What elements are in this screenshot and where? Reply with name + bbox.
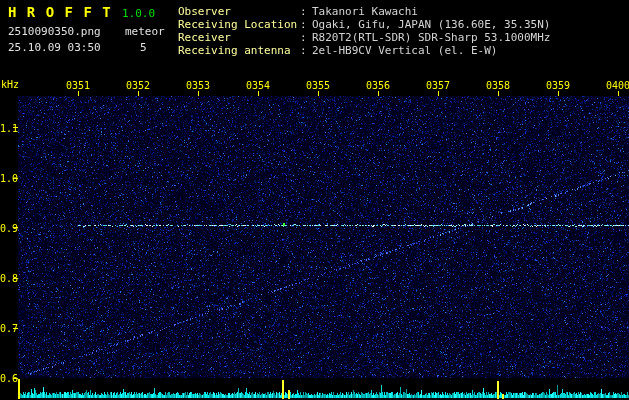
spectrogram-canvas xyxy=(0,0,629,400)
info-label: Receiver xyxy=(178,31,300,44)
info-row-receiving-location: Receiving Location : Ogaki, Gifu, JAPAN … xyxy=(178,18,550,31)
app-version: 1.0.0 xyxy=(122,7,155,20)
info-row-observer: Observer : Takanori Kawachi xyxy=(178,5,550,18)
info-value: R820T2(RTL-SDR) SDR-Sharp 53.1000MHz xyxy=(312,31,550,44)
info-label: Receiving antenna xyxy=(178,44,300,57)
echo-count: 5 xyxy=(140,41,147,54)
info-value: Takanori Kawachi xyxy=(312,5,418,18)
app-title: H R O F F T xyxy=(8,4,112,20)
info-label: Receiving Location xyxy=(178,18,300,31)
mode-label: meteor xyxy=(125,25,165,38)
info-value: Ogaki, Gifu, JAPAN (136.60E, 35.35N) xyxy=(312,18,550,31)
info-separator: : xyxy=(300,31,312,44)
observation-datetime: 25.10.09 03:50 xyxy=(8,41,101,54)
y-axis-unit-label: kHz xyxy=(1,79,19,90)
info-separator: : xyxy=(300,5,312,18)
station-info: Observer : Takanori Kawachi Receiving Lo… xyxy=(178,5,550,57)
hrofft-window: H R O F F T 1.0.0 2510090350.png meteor … xyxy=(0,0,629,400)
info-separator: : xyxy=(300,44,312,57)
info-label: Observer xyxy=(178,5,300,18)
info-row-receiver: Receiver : R820T2(RTL-SDR) SDR-Sharp 53.… xyxy=(178,31,550,44)
output-filename: 2510090350.png xyxy=(8,25,101,38)
info-row-receiving-antenna: Receiving antenna : 2el-HB9CV Vertical (… xyxy=(178,44,550,57)
info-separator: : xyxy=(300,18,312,31)
info-value: 2el-HB9CV Vertical (el. E-W) xyxy=(312,44,497,57)
